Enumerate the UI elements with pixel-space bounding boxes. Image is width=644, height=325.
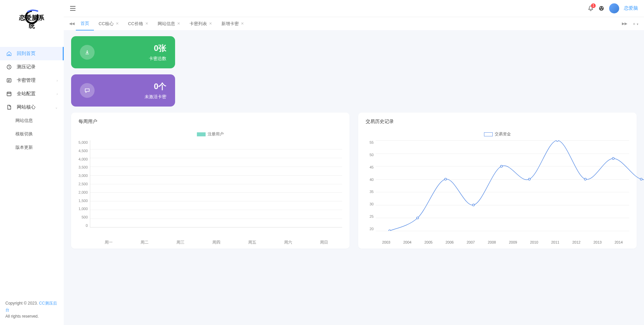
svg-point-11	[500, 165, 502, 167]
avatar[interactable]	[609, 3, 619, 13]
calendar-icon	[6, 91, 12, 97]
bar-chart: 注册用户 5,0004,5004,0003,5003,0002,5002,000…	[78, 131, 342, 245]
svg-point-6	[601, 9, 602, 10]
svg-point-12	[528, 178, 530, 180]
close-icon[interactable]: ✕	[177, 21, 180, 26]
theme-icon[interactable]	[598, 5, 604, 11]
tab-ccprice[interactable]: CC价格✕	[123, 17, 153, 30]
svg-rect-1	[7, 79, 11, 82]
card-title: 交易历史记录	[366, 119, 629, 125]
sidebar-sub-version[interactable]: 版本更新	[0, 141, 64, 154]
chevron-right-icon: ›	[57, 92, 58, 96]
svg-point-8	[417, 217, 419, 219]
tab-scroll-right[interactable]: ▶▶	[621, 21, 629, 26]
download-icon	[80, 45, 95, 60]
footer-copyright: Copyright © 2023. CC测压后台 All rights rese…	[0, 295, 64, 325]
tabbar: ◀◀ 首页 CC核心✕ CC价格✕ 网站信息✕ 卡密列表✕ 新增卡密✕ ▶▶ ≡…	[64, 17, 644, 30]
svg-rect-2	[7, 92, 11, 96]
logo: 恋爱脑系统 LianAiNaoXiTong	[0, 0, 64, 34]
sidebar-item-label: 全站配置	[17, 91, 36, 97]
logo-title: 恋爱脑系统	[16, 14, 48, 30]
chevron-right-icon: ›	[57, 79, 58, 82]
sidebar-item-records[interactable]: 测压记录	[0, 60, 64, 74]
menu-toggle-icon[interactable]	[70, 6, 76, 11]
sidebar-item-label: 网站核心	[17, 104, 36, 110]
svg-point-9	[444, 178, 446, 180]
sidebar-item-home[interactable]: 回到首页	[0, 47, 64, 60]
sidebar-submenu: 网站信息 模板切换 版本更新	[0, 114, 64, 154]
sidebar-menu: 回到首页 测压记录 卡密管理 › 全站配置 › 网站核心 ⌄	[0, 34, 64, 295]
svg-point-3	[599, 6, 604, 11]
line-chart: 交易资金 5550454035302520 200320042005200620…	[366, 131, 629, 244]
sidebar-sub-template[interactable]: 模板切换	[0, 127, 64, 141]
username[interactable]: 恋爱脑	[624, 5, 638, 11]
tab-scroll-left[interactable]: ◀◀	[68, 21, 76, 26]
clock-icon	[6, 64, 12, 70]
notification-badge: 1	[591, 3, 596, 8]
tab-home[interactable]: 首页	[76, 17, 94, 30]
card-title: 每周用户	[78, 119, 342, 125]
stat-card-total: 0张 卡密总数	[71, 36, 175, 68]
trade-history-card: 交易历史记录 交易资金 5550454035302520 20032004200…	[358, 113, 637, 249]
sidebar-item-label: 卡密管理	[17, 77, 36, 83]
tab-cccore[interactable]: CC核心✕	[94, 17, 123, 30]
sidebar-sub-siteinfo[interactable]: 网站信息	[0, 114, 64, 127]
home-icon	[6, 51, 12, 57]
stat-card-inactive: 0个 未激活卡密	[71, 74, 175, 107]
stat-label: 未激活卡密	[145, 94, 166, 100]
notifications-button[interactable]: 1	[588, 5, 594, 11]
tab-siteinfo[interactable]: 网站信息✕	[153, 17, 185, 30]
sidebar-item-config[interactable]: 全站配置 ›	[0, 87, 64, 101]
svg-point-4	[600, 7, 601, 8]
svg-point-13	[556, 140, 558, 141]
sidebar-item-core[interactable]: 网站核心 ⌄	[0, 101, 64, 114]
close-icon[interactable]: ✕	[241, 21, 244, 26]
weekly-users-card: 每周用户 注册用户 5,0004,5004,0003,5003,0002,500…	[71, 113, 350, 249]
sidebar-item-label: 回到首页	[17, 51, 36, 57]
sidebar-item-key[interactable]: 卡密管理 ›	[0, 74, 64, 87]
sidebar: 恋爱脑系统 LianAiNaoXiTong 回到首页 测压记录 卡密管理 › 全…	[0, 0, 64, 325]
stat-value: 0张	[149, 43, 166, 54]
svg-point-7	[389, 230, 391, 231]
svg-point-15	[612, 157, 614, 159]
logo-sub: LianAiNaoXiTong	[23, 19, 41, 21]
svg-point-10	[473, 204, 475, 206]
svg-point-5	[602, 7, 603, 8]
key-icon	[6, 77, 12, 83]
tab-newkey[interactable]: 新增卡密✕	[217, 17, 249, 30]
sidebar-item-label: 测压记录	[17, 64, 36, 70]
stat-label: 卡密总数	[149, 56, 166, 62]
close-icon[interactable]: ✕	[116, 21, 119, 26]
close-icon[interactable]: ✕	[209, 21, 212, 26]
close-icon[interactable]: ✕	[145, 21, 148, 26]
chevron-down-icon: ⌄	[55, 106, 58, 109]
svg-point-14	[584, 178, 586, 180]
tab-keylist[interactable]: 卡密列表✕	[185, 17, 217, 30]
stat-value: 0个	[145, 81, 166, 92]
chat-icon	[80, 83, 95, 98]
doc-icon	[6, 104, 12, 110]
svg-point-16	[640, 178, 642, 180]
tab-menu-icon[interactable]: ≡ ▼	[632, 22, 640, 26]
topbar: 1 恋爱脑	[64, 0, 644, 17]
